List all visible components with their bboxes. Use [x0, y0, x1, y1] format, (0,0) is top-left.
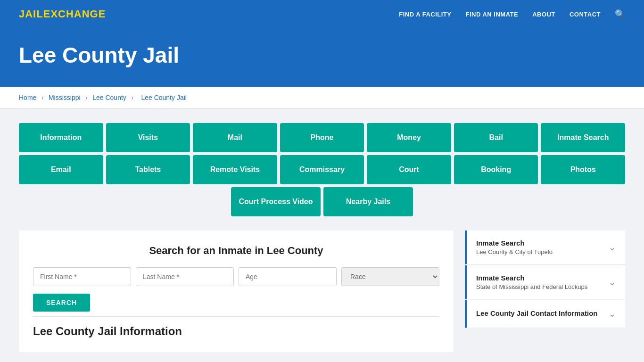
- breadcrumb-current: Lee County Jail: [141, 94, 187, 101]
- sidebar-card-1[interactable]: Inmate Search Lee County & City of Tupel…: [465, 230, 625, 264]
- search-panel: Search for an Inmate in Lee County Race …: [19, 230, 454, 352]
- info-section-heading: Lee County Jail Information: [33, 316, 439, 338]
- logo-jail: JAIL: [19, 8, 43, 20]
- sidebar-card-3-content: Lee County Jail Contact Information: [476, 309, 598, 319]
- btn-commissary[interactable]: Commissary: [280, 155, 364, 184]
- breadcrumb-sep-2: ›: [85, 94, 88, 101]
- hero-banner: Lee County Jail: [0, 28, 644, 87]
- search-heading: Search for an Inmate in Lee County: [33, 245, 439, 257]
- breadcrumb-sep-3: ›: [131, 94, 133, 101]
- sidebar-card-1-title: Inmate Search: [476, 239, 553, 247]
- nav-find-facility[interactable]: FIND A FACILITY: [399, 11, 451, 18]
- breadcrumb-home[interactable]: Home: [19, 94, 36, 101]
- sidebar-card-3[interactable]: Lee County Jail Contact Information ⌄: [465, 300, 625, 328]
- race-select[interactable]: Race White Black Hispanic Asian Other: [341, 267, 439, 286]
- breadcrumb-lee-county[interactable]: Lee County: [92, 94, 126, 101]
- btn-visits[interactable]: Visits: [106, 123, 190, 152]
- sidebar-card-2-content: Inmate Search State of Mississippi and F…: [476, 274, 587, 290]
- first-name-input[interactable]: [33, 267, 131, 286]
- age-input[interactable]: [239, 267, 337, 286]
- search-fields: Race White Black Hispanic Asian Other: [33, 267, 439, 286]
- btn-money[interactable]: Money: [367, 123, 451, 152]
- main-nav: FIND A FACILITY FIND AN INMATE ABOUT CON…: [399, 9, 625, 19]
- grid-row-1: Information Visits Mail Phone Money Bail…: [19, 123, 625, 152]
- sidebar-card-2[interactable]: Inmate Search State of Mississippi and F…: [465, 265, 625, 299]
- chevron-down-icon-2: ⌄: [609, 277, 616, 288]
- nav-find-inmate[interactable]: FIND AN INMATE: [465, 11, 518, 18]
- sidebar: Inmate Search Lee County & City of Tupel…: [465, 230, 625, 328]
- sidebar-card-2-title: Inmate Search: [476, 274, 587, 282]
- breadcrumb: Home › Mississippi › Lee County › Lee Co…: [0, 87, 644, 109]
- logo-e: E: [43, 8, 51, 20]
- logo-xchange: XCHANGE: [50, 8, 106, 20]
- grid-row-3: Court Process Video Nearby Jails: [19, 187, 625, 216]
- services-grid: Information Visits Mail Phone Money Bail…: [19, 123, 625, 216]
- sidebar-card-2-subtitle: State of Mississippi and Federal Lockups: [476, 283, 587, 290]
- breadcrumb-sep-1: ›: [41, 94, 44, 101]
- btn-court-process-video[interactable]: Court Process Video: [231, 187, 321, 216]
- nav-contact[interactable]: CONTACT: [570, 11, 601, 18]
- chevron-down-icon-1: ⌄: [609, 242, 616, 253]
- btn-booking[interactable]: Booking: [454, 155, 538, 184]
- content-section: Search for an Inmate in Lee County Race …: [19, 230, 625, 352]
- sidebar-card-1-subtitle: Lee County & City of Tupelo: [476, 248, 553, 255]
- search-button[interactable]: SEARCH: [33, 294, 90, 312]
- last-name-input[interactable]: [136, 267, 234, 286]
- btn-remote-visits[interactable]: Remote Visits: [193, 155, 277, 184]
- btn-tablets[interactable]: Tablets: [106, 155, 190, 184]
- btn-information[interactable]: Information: [19, 123, 103, 152]
- search-icon-button[interactable]: 🔍: [615, 9, 625, 19]
- sidebar-card-3-title: Lee County Jail Contact Information: [476, 309, 598, 317]
- btn-court[interactable]: Court: [367, 155, 451, 184]
- btn-photos[interactable]: Photos: [541, 155, 625, 184]
- btn-inmate-search[interactable]: Inmate Search: [541, 123, 625, 152]
- btn-bail[interactable]: Bail: [454, 123, 538, 152]
- chevron-down-icon-3: ⌄: [609, 309, 616, 319]
- btn-phone[interactable]: Phone: [280, 123, 364, 152]
- btn-mail[interactable]: Mail: [193, 123, 277, 152]
- site-header: JAILEXCHANGE FIND A FACILITY FIND AN INM…: [0, 0, 644, 28]
- grid-row-2: Email Tablets Remote Visits Commissary C…: [19, 155, 625, 184]
- main-content: Information Visits Mail Phone Money Bail…: [0, 109, 644, 362]
- site-logo[interactable]: JAILEXCHANGE: [19, 8, 106, 20]
- btn-nearby-jails[interactable]: Nearby Jails: [323, 187, 413, 216]
- nav-about[interactable]: ABOUT: [532, 11, 555, 18]
- page-title: Lee County Jail: [19, 42, 625, 68]
- breadcrumb-mississippi[interactable]: Mississippi: [49, 94, 81, 101]
- sidebar-card-1-content: Inmate Search Lee County & City of Tupel…: [476, 239, 553, 255]
- btn-email[interactable]: Email: [19, 155, 103, 184]
